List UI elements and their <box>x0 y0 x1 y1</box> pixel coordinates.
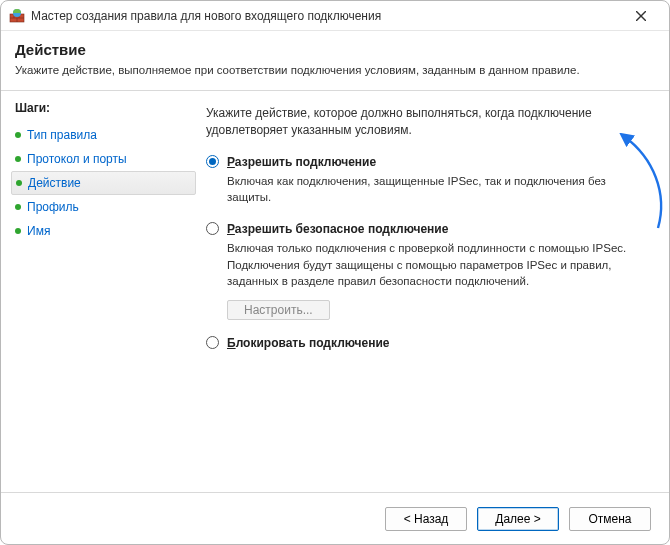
option-title[interactable]: Разрешить подключение <box>227 155 376 169</box>
close-button[interactable] <box>621 2 661 30</box>
step-label: Действие <box>28 176 81 190</box>
header: Действие Укажите действие, выполняемое п… <box>1 31 669 84</box>
step-bullet-icon <box>16 180 22 186</box>
radio-allow[interactable] <box>206 155 219 168</box>
page-subtitle: Укажите действие, выполняемое при соотве… <box>15 64 655 76</box>
back-button[interactable]: < Назад <box>385 507 467 531</box>
option-desc: Включая как подключения, защищенные IPSe… <box>227 173 647 206</box>
step-label: Профиль <box>27 200 79 214</box>
step-name[interactable]: Имя <box>15 219 196 243</box>
step-protocol-ports[interactable]: Протокол и порты <box>15 147 196 171</box>
radio-block[interactable] <box>206 336 219 349</box>
content-intro: Укажите действие, которое должно выполня… <box>206 105 647 139</box>
option-title[interactable]: Разрешить безопасное подключение <box>227 222 448 236</box>
page-heading: Действие <box>15 41 655 58</box>
body: Шаги: Тип правила Протокол и порты Дейст… <box>1 91 669 492</box>
step-bullet-icon <box>15 228 21 234</box>
step-bullet-icon <box>15 156 21 162</box>
next-button[interactable]: Далее > <box>477 507 559 531</box>
option-allow-secure[interactable]: Разрешить безопасное подключение Включая… <box>206 222 647 320</box>
step-label: Имя <box>27 224 50 238</box>
option-block[interactable]: Блокировать подключение <box>206 336 647 350</box>
step-label: Тип правила <box>27 128 97 142</box>
option-desc: Включая только подключения с проверкой п… <box>227 240 647 290</box>
option-title[interactable]: Блокировать подключение <box>227 336 390 350</box>
close-icon <box>636 11 646 21</box>
window-title: Мастер создания правила для нового входя… <box>31 9 381 23</box>
content: Укажите действие, которое должно выполня… <box>196 91 669 492</box>
footer: < Назад Далее > Отмена <box>1 492 669 544</box>
steps-sidebar: Шаги: Тип правила Протокол и порты Дейст… <box>1 91 196 492</box>
step-action[interactable]: Действие <box>11 171 196 195</box>
firewall-icon <box>9 8 25 24</box>
wizard-window: Мастер создания правила для нового входя… <box>0 0 670 545</box>
step-bullet-icon <box>15 204 21 210</box>
step-bullet-icon <box>15 132 21 138</box>
titlebar: Мастер создания правила для нового входя… <box>1 1 669 31</box>
configure-button: Настроить... <box>227 300 330 320</box>
step-profile[interactable]: Профиль <box>15 195 196 219</box>
radio-allow-secure[interactable] <box>206 222 219 235</box>
option-allow-connection[interactable]: Разрешить подключение Включая как подклю… <box>206 155 647 206</box>
step-label: Протокол и порты <box>27 152 127 166</box>
step-rule-type[interactable]: Тип правила <box>15 123 196 147</box>
steps-title: Шаги: <box>15 101 196 115</box>
cancel-button[interactable]: Отмена <box>569 507 651 531</box>
